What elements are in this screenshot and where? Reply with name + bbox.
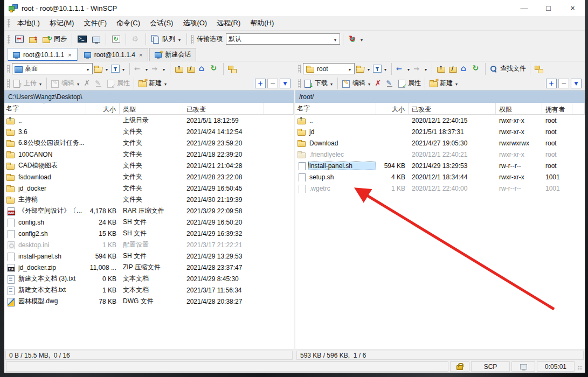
remote-select-add-button[interactable]: + bbox=[546, 79, 557, 88]
menu-session[interactable]: 会话(S) bbox=[145, 16, 178, 30]
toolbar-grip[interactable] bbox=[298, 79, 301, 88]
swap-panels-button[interactable] bbox=[12, 32, 26, 46]
local-rename-button[interactable] bbox=[93, 77, 105, 90]
remote-path-bar[interactable]: /root/ bbox=[295, 90, 585, 103]
menu-help[interactable]: 帮助(H) bbox=[245, 16, 279, 30]
file-row[interactable]: Download 2021/4/27 19:05:30 rwxrwxrwx ro… bbox=[295, 137, 585, 149]
remote-parent-dir-button[interactable] bbox=[435, 62, 447, 75]
column-header-size[interactable]: 大小 bbox=[86, 103, 120, 114]
queue-button[interactable]: 队列 bbox=[149, 32, 184, 46]
file-row[interactable]: 6.8公顷公园设计任务... 文件夹 2021/4/29 23:59:20 bbox=[4, 137, 294, 149]
column-header-changed[interactable]: 已改变 bbox=[183, 103, 264, 114]
column-header-size[interactable]: 大小 bbox=[376, 103, 409, 114]
local-new-button[interactable]: *新建 bbox=[137, 77, 169, 90]
local-filter-button[interactable] bbox=[110, 62, 127, 75]
resize-grip[interactable] bbox=[576, 361, 584, 372]
local-location-combo[interactable]: 桌面 bbox=[12, 63, 93, 74]
toolbar-grip[interactable] bbox=[8, 35, 10, 44]
remote-filter-button[interactable] bbox=[372, 62, 389, 75]
local-open-dir-button[interactable] bbox=[93, 62, 110, 75]
remote-rename-button[interactable] bbox=[384, 77, 396, 90]
menu-options[interactable]: 选项(O) bbox=[178, 16, 212, 30]
local-parent-dir-button[interactable] bbox=[173, 62, 185, 75]
local-refresh-button[interactable] bbox=[209, 62, 220, 75]
remote-back-button[interactable] bbox=[395, 62, 412, 75]
file-row[interactable]: 新建文本文档 (3).txt 0 KB 文本文档 2021/4/29 8:45:… bbox=[4, 273, 294, 284]
protocol-cell[interactable]: SCP bbox=[471, 361, 510, 372]
file-row[interactable]: 100CANON 文件夹 2021/4/18 22:39:20 bbox=[4, 149, 294, 160]
synchronize-button[interactable]: 同步 bbox=[40, 32, 69, 46]
transfer-preset-combo[interactable]: 默认 bbox=[226, 33, 340, 45]
file-row[interactable]: jd 2021/5/1 18:37:31 rwxr-xr-x root bbox=[295, 126, 585, 137]
tab-session-2[interactable]: root@10.1.1.4 × bbox=[79, 48, 149, 61]
local-root-dir-button[interactable] bbox=[185, 62, 197, 75]
column-header-name[interactable]: 名字 bbox=[295, 103, 376, 114]
remote-location-combo[interactable]: root bbox=[303, 63, 355, 74]
open-putty-button[interactable] bbox=[89, 32, 103, 46]
session-settings-button[interactable] bbox=[346, 32, 366, 46]
remote-open-dir-button[interactable] bbox=[355, 62, 372, 75]
remote-tree-sync-button[interactable] bbox=[533, 62, 545, 75]
close-tab-icon[interactable]: × bbox=[139, 52, 143, 58]
file-row[interactable]: setup.sh 4 KB 2020/12/1 18:34:44 rwxr-xr… bbox=[295, 171, 585, 183]
toolbar-grip[interactable] bbox=[7, 65, 10, 73]
file-row[interactable]: install-panel.sh 594 KB 2021/4/29 13:29:… bbox=[295, 160, 585, 171]
column-header-permissions[interactable]: 权限 bbox=[496, 103, 542, 114]
local-back-button[interactable] bbox=[133, 62, 150, 75]
upload-button[interactable]: 上传 bbox=[12, 77, 44, 90]
file-row[interactable]: 《外部空间设计》〔... 4,178 KB RAR 压缩文件 2021/3/29… bbox=[4, 205, 294, 217]
column-header-name[interactable]: 名字 bbox=[4, 103, 86, 114]
remote-new-button[interactable]: *新建 bbox=[428, 77, 460, 90]
remote-home-dir-button[interactable] bbox=[459, 62, 471, 75]
close-tab-icon[interactable]: × bbox=[67, 52, 72, 58]
local-delete-button[interactable] bbox=[81, 77, 93, 90]
file-row[interactable]: 新建文本文档.txt 1 KB 文本文档 2021/3/17 11:56:34 bbox=[4, 284, 294, 296]
local-selection-button[interactable]: ▼ bbox=[280, 79, 290, 88]
file-row[interactable]: jd_docker.zip 11,008 ... ZIP 压缩文件 2021/4… bbox=[4, 262, 294, 273]
remote-edit-button[interactable]: 编辑 bbox=[341, 77, 372, 90]
close-button[interactable]: × bbox=[561, 0, 585, 16]
file-row[interactable]: .. 2020/12/1 22:40:15 rwxr-xr-x root bbox=[295, 115, 585, 126]
remote-refresh-button[interactable] bbox=[471, 62, 482, 75]
maximize-button[interactable]: □ bbox=[536, 0, 561, 16]
encryption-cell[interactable] bbox=[450, 361, 469, 372]
tab-new-session[interactable]: 新建会话 bbox=[149, 48, 196, 61]
toolbar-grip[interactable] bbox=[8, 19, 10, 27]
file-row[interactable]: CAD植物图表 文件夹 2021/4/21 21:04:28 bbox=[4, 160, 294, 171]
synchronize-dirs-button[interactable] bbox=[26, 32, 40, 46]
file-row[interactable]: .friendlyelec 2020/12/1 22:40:21 rwxr-xr… bbox=[295, 149, 585, 160]
file-row[interactable]: jd_docker 文件夹 2021/4/29 16:50:45 bbox=[4, 183, 294, 194]
file-row[interactable]: .. 上级目录 2021/5/1 18:12:59 bbox=[4, 115, 294, 126]
refresh-panels-button[interactable] bbox=[109, 32, 123, 46]
open-console-button[interactable] bbox=[75, 32, 89, 46]
column-header-owner[interactable]: 拥有者 bbox=[542, 103, 572, 114]
toolbar-grip[interactable] bbox=[298, 65, 301, 73]
remote-properties-button[interactable]: 属性 bbox=[396, 77, 422, 90]
file-row[interactable]: config.sh 24 KB SH 文件 2021/4/29 16:50:20 bbox=[4, 217, 294, 228]
local-tree-sync-button[interactable] bbox=[226, 62, 238, 75]
toolbar-grip[interactable] bbox=[7, 79, 10, 88]
file-row[interactable]: 主持稿 文件夹 2021/4/30 21:19:39 bbox=[4, 194, 294, 205]
menu-mark[interactable]: 标记(M) bbox=[45, 16, 79, 30]
file-row[interactable]: 园林模型.dwg 78 KB DWG 文件 2021/4/28 20:38:27 bbox=[4, 296, 294, 307]
toolbar-grip[interactable] bbox=[191, 35, 193, 44]
remote-select-remove-button[interactable]: − bbox=[558, 79, 569, 88]
remote-delete-button[interactable] bbox=[372, 77, 384, 90]
file-row[interactable]: desktop.ini 1 KB 配置设置 2021/3/17 21:22:21 bbox=[4, 239, 294, 250]
menu-file[interactable]: 文件(F) bbox=[79, 16, 112, 30]
local-select-remove-button[interactable]: − bbox=[267, 79, 278, 88]
local-edit-button[interactable]: 编辑 bbox=[50, 77, 81, 90]
file-row[interactable]: config2.sh 15 KB SH 文件 2021/4/29 16:39:3… bbox=[4, 228, 294, 239]
column-header-type[interactable]: 类型 bbox=[120, 103, 183, 114]
local-path-bar[interactable]: C:\Users\Wangz\Desktop\ bbox=[4, 90, 294, 103]
local-home-dir-button[interactable] bbox=[197, 62, 209, 75]
preferences-button[interactable] bbox=[129, 32, 143, 46]
file-row[interactable]: .wgetrc 1 KB 2020/12/1 22:40:00 rw-r--r-… bbox=[295, 183, 585, 194]
menu-remote[interactable]: 远程(R) bbox=[212, 16, 245, 30]
remote-forward-button[interactable] bbox=[412, 62, 429, 75]
file-row[interactable]: 3.6 文件夹 2021/4/24 14:12:54 bbox=[4, 126, 294, 137]
menu-commands[interactable]: 命令(C) bbox=[112, 16, 145, 30]
column-header-changed[interactable]: 已改变 bbox=[409, 103, 496, 114]
tab-session-1[interactable]: root@10.1.1.1 × bbox=[8, 48, 78, 61]
local-properties-button[interactable]: 属性 bbox=[105, 77, 131, 90]
